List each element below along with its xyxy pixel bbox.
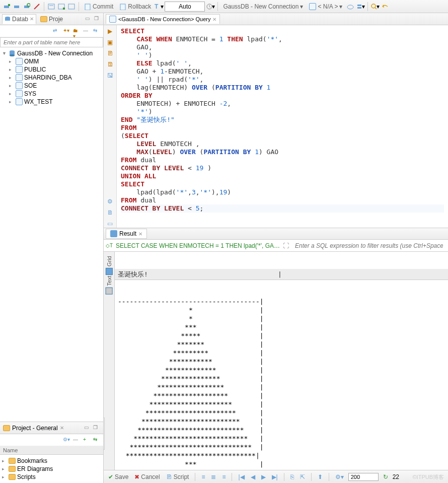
editor-tab[interactable]: <GaussDB - New Connection> Query✕ [106,14,220,24]
tree-node[interactable]: ▸SHARDING_DBA [0,74,103,82]
minimize-icon[interactable]: ▭ [85,16,92,23]
close-icon[interactable]: ✕ [212,17,216,22]
collapse-icon[interactable]: — [83,28,90,35]
tab-project[interactable]: Proje [38,15,65,24]
code-editor[interactable]: SELECT CASE WHEN ENMOTECH = 1 THEN lpad(… [117,25,448,228]
project-item[interactable]: ▸ER Diagrams [0,465,103,473]
save-icon[interactable]: 🖫 [106,72,114,80]
result-tab[interactable]: Result✕ [106,229,147,239]
tree-node[interactable]: ▸OMM [0,57,103,65]
sql-editor3-icon[interactable] [67,2,76,11]
script-button[interactable]: 🖹Script [165,473,191,480]
explain-icon[interactable]: 🖹 [106,49,114,57]
minus-icon[interactable]: — [73,437,80,444]
grid-row[interactable]: *********** | [118,357,445,366]
plug-add-icon[interactable] [2,2,11,11]
refresh-icon[interactable]: ⇆ [93,437,100,444]
auto-commit-input[interactable] [165,2,205,12]
plus-icon[interactable]: + [83,437,90,444]
expand-icon[interactable]: ⛶ [283,242,289,249]
align-center-icon[interactable]: ≣ [209,473,217,480]
settings-icon[interactable]: ⚙ [106,197,114,205]
import-icon[interactable]: ⬆ [316,473,324,480]
tree-root[interactable]: ▼GaussDB - New Connection [0,49,103,57]
last-icon[interactable]: ▶| [270,473,279,480]
grid-row[interactable]: ********* | [118,349,445,357]
commit-button[interactable]: Commit [82,3,116,10]
align-right-icon[interactable]: ≡ [220,473,227,480]
connection-selector[interactable]: GaussDB - New Connection ▾ [220,3,306,10]
search-icon[interactable]: ▾ [370,2,380,11]
record-tab[interactable]: Record [104,418,105,450]
result-grid[interactable]: 圣诞快乐! | --------------------------------… [115,252,448,470]
grid-row[interactable]: ***************** | [118,383,445,391]
tree-node[interactable]: ▸SOE [0,82,103,90]
tree-gear-icon[interactable]: ✦▾ [63,28,70,35]
grid-row[interactable]: ******* | [118,340,445,349]
grid-row[interactable]: *********************************| [118,451,445,460]
export-icon[interactable]: ⎘ [289,473,295,480]
grid-row[interactable]: * | [118,306,445,314]
link-icon[interactable]: ⇄ [53,28,60,35]
h-scrollbar[interactable] [0,478,101,483]
maximize-icon[interactable]: ❐ [94,16,101,23]
run-icon[interactable]: ▶ [106,27,114,35]
next-icon[interactable]: ▶ [260,473,267,480]
cloud-icon[interactable] [346,2,355,11]
stack-icon[interactable]: ▾ [356,2,365,11]
export2-icon[interactable]: ⇱ [298,473,307,480]
plug-icon[interactable] [12,2,21,11]
panel2-icon[interactable]: ▭ [106,220,114,228]
grid-row[interactable]: *** | [118,323,445,331]
config-icon[interactable]: ⚙▾ [334,473,345,480]
cancel-button[interactable]: ✖Cancel [133,473,161,480]
grid-row[interactable]: ***** | [118,331,445,340]
tree-node[interactable]: ▸PUBLIC [0,65,103,74]
grid-row[interactable]: ******************* | [118,391,445,400]
tree-node[interactable]: ▸SYS [0,90,103,98]
close-icon[interactable]: ✕ [138,231,142,237]
refresh-icon[interactable]: ↻ [382,473,390,480]
side-tab-grid[interactable]: Grid [106,256,113,275]
save-button[interactable]: ✔Save [107,473,130,480]
grid-row[interactable]: ************************* | [118,417,445,426]
grid-row[interactable]: ------------------------------------| [118,297,445,306]
rollback-button[interactable]: Rollback [117,3,154,10]
grid-row[interactable]: *************** | [118,374,445,383]
grid-row[interactable]: * | [118,314,445,323]
history-icon[interactable]: ▾ [206,2,215,11]
prev-icon[interactable]: ◀ [249,473,257,480]
grid-row[interactable]: *** | [118,468,445,470]
page-size-input[interactable] [348,473,379,481]
project-item[interactable]: ▸Bookmarks [0,457,103,465]
minimize-icon[interactable]: ▭ [84,425,91,432]
tx-mode-icon[interactable]: T▾ [155,2,164,11]
sql-editor2-icon[interactable] [57,2,66,11]
align-left-icon[interactable]: ≡ [200,473,206,480]
gear-icon[interactable]: ⚙▾ [63,437,70,444]
grid-row[interactable]: *** | [118,460,445,468]
result-filter-input[interactable] [292,241,446,250]
tree-filter-input[interactable] [0,37,103,47]
run-script-icon[interactable]: ▣ [106,38,114,46]
panel-icon[interactable]: 🗎 [106,209,114,217]
grid-row[interactable]: ************* | [118,366,445,374]
sql-editor-icon[interactable] [47,2,56,11]
maximize-icon[interactable]: ❐ [93,425,100,432]
tree-folder-icon[interactable]: 🖿▾ [73,28,80,35]
disconnect-icon[interactable] [32,2,41,11]
first-icon[interactable]: |◀ [237,473,246,480]
link2-icon[interactable]: ⇆ [93,28,100,35]
side-tab-text[interactable]: Text [106,275,113,294]
close-icon[interactable]: ✕ [30,16,34,22]
undo-icon[interactable] [381,2,390,11]
close-icon[interactable]: ✕ [60,425,64,431]
grid-row[interactable]: ******************************* | [118,443,445,451]
tree-node[interactable]: ▸WX_TEST [0,98,103,106]
explain2-icon[interactable]: 🖺 [106,60,114,68]
schema-selector[interactable]: < N/A > ▾ [307,3,345,10]
grid-row[interactable]: *********************** | [118,408,445,417]
grid-row[interactable]: ***************************** | [118,434,445,443]
tab-database[interactable]: Datab✕ [2,14,36,24]
plug-refresh-icon[interactable] [22,2,31,11]
